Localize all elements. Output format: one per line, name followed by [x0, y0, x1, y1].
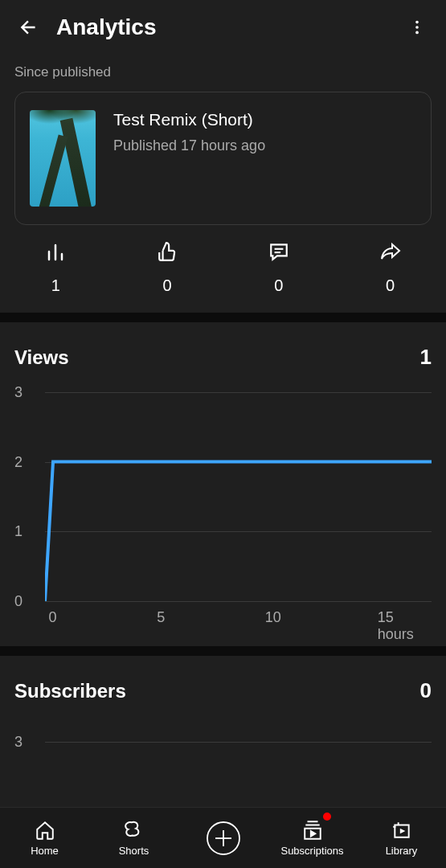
stats-row: 1 0 0 0 — [0, 225, 446, 313]
video-title: Test Remix (Short) — [113, 110, 416, 129]
notification-badge — [323, 813, 331, 821]
stat-comments-value: 0 — [274, 276, 283, 295]
back-button[interactable] — [13, 11, 45, 43]
library-icon — [391, 819, 412, 841]
y-tick: 2 — [14, 453, 23, 470]
shorts-icon — [124, 819, 145, 841]
nav-home-label: Home — [31, 845, 59, 857]
nav-create[interactable] — [178, 808, 268, 868]
stat-comments[interactable]: 0 — [223, 241, 335, 295]
nav-subscriptions-label: Subscriptions — [280, 845, 343, 857]
views-chart: 3 2 1 0 0 5 10 15 hours — [14, 392, 432, 633]
views-value: 1 — [420, 345, 432, 370]
svg-point-0 — [415, 21, 419, 24]
video-thumbnail — [30, 110, 96, 207]
svg-point-1 — [415, 26, 419, 29]
views-section: Views 1 3 2 1 0 0 5 10 15 hours — [0, 322, 446, 633]
since-published-label: Since published — [0, 55, 446, 92]
y-tick: 3 — [14, 734, 23, 751]
share-icon — [379, 241, 402, 262]
nav-shorts[interactable]: Shorts — [89, 808, 178, 868]
stat-likes-value: 0 — [163, 276, 172, 295]
y-tick: 0 — [14, 593, 23, 610]
more-vertical-icon — [408, 18, 426, 36]
stat-views-value: 1 — [51, 276, 60, 295]
plus-circle-icon — [206, 827, 241, 850]
nav-subscriptions[interactable]: Subscriptions — [268, 808, 357, 868]
page-title: Analytics — [56, 14, 401, 40]
svg-point-2 — [415, 31, 419, 35]
nav-library[interactable]: Library — [357, 808, 446, 868]
x-tick: 15 hours — [378, 609, 432, 643]
more-options-button[interactable] — [401, 11, 433, 43]
stat-views[interactable]: 1 — [0, 241, 112, 295]
stat-shares[interactable]: 0 — [334, 241, 446, 295]
stat-likes[interactable]: 0 — [112, 241, 223, 295]
nav-home[interactable]: Home — [0, 808, 89, 868]
comment-icon — [268, 241, 289, 262]
bottom-nav: Home Shorts Subscriptions Library — [0, 807, 446, 868]
x-tick: 10 — [265, 609, 281, 626]
views-bars-icon — [44, 241, 67, 262]
subscriptions-icon — [302, 819, 323, 841]
x-tick: 5 — [157, 609, 165, 626]
home-icon — [35, 819, 55, 841]
subscribers-title: Subscribers — [14, 680, 126, 702]
video-published-meta: Published 17 hours ago — [113, 137, 416, 154]
stat-shares-value: 0 — [386, 276, 395, 295]
nav-shorts-label: Shorts — [119, 845, 149, 857]
y-tick: 1 — [14, 523, 23, 540]
x-tick: 0 — [49, 609, 57, 626]
thumbs-up-icon — [157, 241, 178, 262]
views-title: Views — [14, 346, 69, 369]
arrow-left-icon — [18, 17, 39, 38]
subscribers-value: 0 — [420, 678, 432, 703]
nav-library-label: Library — [386, 845, 418, 857]
y-tick: 3 — [14, 384, 23, 401]
video-card[interactable]: Test Remix (Short) Published 17 hours ag… — [14, 92, 432, 225]
subscribers-section: Subscribers 0 3 — [0, 656, 446, 758]
